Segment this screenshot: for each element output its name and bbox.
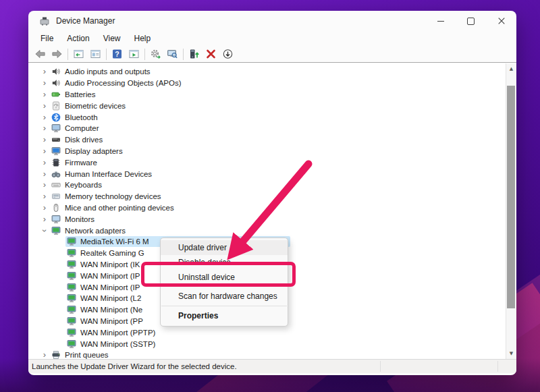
tree-item-label: Keyboards (65, 181, 102, 189)
maximize-button[interactable] (456, 11, 486, 31)
close-button[interactable] (486, 11, 516, 31)
minimize-icon (437, 21, 444, 22)
tree-item-display-adapters[interactable]: ›Display adapters (28, 146, 506, 157)
tree-item-human-interface-devices[interactable]: ›Human Interface Devices (28, 168, 506, 179)
memory-icon (51, 192, 61, 201)
tree-item-label: WAN Miniport (IP (80, 283, 140, 291)
chevron-right-icon[interactable]: › (40, 159, 49, 167)
tree-item-biometric-devices[interactable]: ›Biometric devices (28, 100, 506, 111)
scan-hardware-changes-button[interactable] (147, 47, 164, 61)
chevron-right-icon[interactable]: › (40, 351, 49, 359)
tree-item-print-queues[interactable]: ›Print queues (28, 349, 506, 359)
tree-item-label: Display adapters (65, 147, 123, 155)
tree-item-label: Audio Processing Objects (APOs) (65, 79, 182, 87)
svg-text:?: ? (115, 50, 119, 58)
chip-icon (51, 158, 61, 167)
chevron-right-icon[interactable]: › (40, 124, 49, 132)
context-menu-item-uninstall-device[interactable]: Uninstall device (161, 270, 288, 285)
bluetooth-icon (51, 113, 61, 122)
close-icon (498, 18, 505, 24)
chevron-right-icon[interactable]: › (40, 79, 49, 87)
chevron-right-icon[interactable]: › (40, 181, 49, 189)
network-icon (67, 283, 76, 292)
tree-item-monitors[interactable]: ›Monitors (28, 213, 506, 225)
tree-item-mice-and-other-pointing-devices[interactable]: ›Mice and other pointing devices (28, 202, 506, 214)
context-menu-item-disable-device[interactable]: Disable device (161, 255, 288, 270)
network-icon (67, 305, 76, 314)
console-tree-window-icon (73, 49, 84, 59)
chevron-down-icon[interactable]: › (40, 227, 49, 235)
mouse-icon (51, 203, 61, 213)
menu-help[interactable]: Help (128, 32, 158, 45)
toolbar-separator (144, 49, 145, 60)
tree-item-label: WAN Miniport (PPTP) (80, 329, 155, 337)
chevron-right-icon[interactable]: › (40, 90, 49, 99)
help-button[interactable]: ? (109, 47, 126, 61)
context-menu-item-update-driver[interactable]: Update driver (161, 240, 288, 255)
context-menu-item-properties[interactable]: Properties (161, 308, 288, 324)
network-icon (67, 339, 76, 349)
tree-item-audio-inputs-and-outputs[interactable]: ›Audio inputs and outputs (28, 66, 506, 78)
menu-file[interactable]: File (34, 32, 60, 45)
uninstall-device-icon (205, 49, 217, 59)
chevron-right-icon[interactable]: › (40, 102, 49, 110)
toolbar: ? (28, 46, 516, 62)
minimize-button[interactable] (425, 11, 456, 31)
disable-device-button[interactable] (219, 47, 236, 61)
scrollbar-down-icon[interactable]: ▼ (506, 349, 516, 358)
properties-window-button[interactable] (87, 47, 104, 61)
tree-item-audio-processing-objects-apos[interactable]: ›Audio Processing Objects (APOs) (28, 78, 506, 89)
context-menu-separator (161, 306, 287, 306)
tree-item-firmware[interactable]: ›Firmware (28, 157, 506, 168)
network-icon (67, 328, 76, 337)
tree-item-batteries[interactable]: ›Batteries (28, 89, 506, 101)
console-tree-window-button[interactable] (70, 47, 87, 61)
disable-device-icon (222, 49, 234, 59)
menu-bar: FileActionViewHelp (28, 31, 516, 46)
action-pane-window-button[interactable] (126, 47, 142, 61)
network-icon (67, 271, 76, 281)
hid-icon (51, 169, 61, 179)
chevron-right-icon[interactable]: › (40, 192, 49, 200)
tree-item-wan-miniport-pptp[interactable]: WAN Miniport (PPTP) (28, 327, 506, 338)
tree-item-computer[interactable]: ›Computer (28, 123, 506, 134)
chevron-right-icon[interactable]: › (40, 67, 49, 76)
tree-item-disk-drives[interactable]: ›Disk drives (28, 134, 506, 146)
context-menu-item-scan-for-hardware-changes[interactable]: Scan for hardware changes (161, 288, 288, 304)
chevron-right-icon[interactable]: › (40, 147, 49, 155)
forward-arrow-icon (51, 49, 63, 59)
status-bar-divider (380, 361, 381, 372)
update-driver-icon (188, 49, 200, 59)
window-controls (425, 11, 516, 31)
computer-search-button[interactable] (164, 47, 181, 61)
menu-view[interactable]: View (97, 32, 128, 45)
scrollbar-thumb[interactable] (507, 86, 515, 308)
speaker-icon (51, 78, 61, 88)
title-bar[interactable]: Device Manager (28, 11, 516, 31)
tree-item-memory-technology-devices[interactable]: ›Memory technology devices (28, 191, 506, 202)
tree-item-network-adapters[interactable]: ›Network adapters (28, 225, 506, 236)
uninstall-device-button[interactable] (202, 47, 219, 61)
tree-item-label: Mice and other pointing devices (65, 204, 174, 212)
chevron-right-icon[interactable]: › (40, 204, 49, 212)
update-driver-button[interactable] (186, 47, 202, 61)
chevron-right-icon[interactable]: › (40, 170, 49, 178)
disk-icon (51, 135, 61, 144)
tree-item-bluetooth[interactable]: ›Bluetooth (28, 111, 506, 123)
menu-action[interactable]: Action (60, 32, 96, 45)
tree-item-wan-miniport-sstp[interactable]: WAN Miniport (SSTP) (28, 338, 506, 349)
scrollbar-up-icon[interactable]: ▲ (506, 64, 516, 74)
vertical-scrollbar[interactable]: ▲ ▼ (506, 63, 516, 359)
tree-item-label: Biometric devices (65, 102, 126, 110)
tree-item-keyboards[interactable]: ›Keyboards (28, 179, 506, 191)
chevron-right-icon[interactable]: › (40, 215, 49, 223)
forward-arrow-button[interactable] (49, 47, 65, 61)
back-arrow-button[interactable] (32, 47, 49, 61)
context-menu-separator (161, 286, 287, 287)
properties-window-icon (90, 49, 101, 59)
tree-item-label: Memory technology devices (65, 192, 161, 200)
chevron-right-icon[interactable]: › (40, 136, 49, 144)
tree-item-label: Monitors (65, 215, 94, 223)
chevron-right-icon[interactable]: › (40, 113, 49, 121)
tree-item-label: WAN Miniport (SSTP) (80, 340, 155, 348)
